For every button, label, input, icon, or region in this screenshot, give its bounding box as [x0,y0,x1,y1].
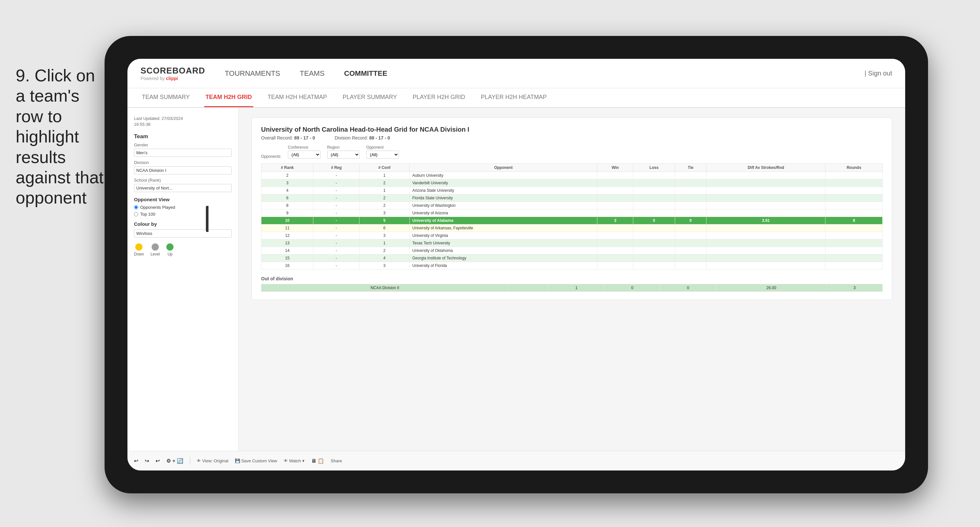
radio-top-100[interactable]: Top 100 [134,212,232,217]
col-rank: # Rank [261,164,313,172]
nav-teams[interactable]: TEAMS [300,69,325,78]
conference-select[interactable]: (All) [288,151,321,159]
region-select[interactable]: (All) [327,151,360,159]
cell-tie [675,187,706,194]
cell-diff [706,224,826,232]
toolbar-undo2[interactable]: ↩ [156,458,160,464]
cell-diff [706,187,826,194]
table-row[interactable]: 11 - 6 University of Arkansas, Fayettevi… [261,224,883,232]
cell-rounds [826,232,883,239]
tab-player-h2h-grid[interactable]: PLAYER H2H GRID [411,88,467,107]
cell-win [597,232,633,239]
cell-win [597,247,633,255]
cell-reg: - [313,247,360,255]
table-row[interactable]: 10 - 5 University of Alabama 3 0 0 2.61 … [261,217,883,224]
division-select[interactable]: NCAA Division I [134,166,232,175]
cell-conf: 5 [360,217,410,224]
nav-tournaments[interactable]: TOURNAMENTS [225,69,280,78]
school-box[interactable]: University of Nort... [134,184,232,192]
cell-rounds [826,187,883,194]
nav-bar: SCOREBOARD Powered by clippi TOURNAMENTS… [127,59,905,88]
cell-diff [706,255,826,262]
out-div-label: NCAA Division II [261,284,509,292]
cell-rounds [826,239,883,247]
colour-by-select[interactable]: Win/loss [134,229,232,237]
cell-loss [633,202,675,209]
tab-player-summary[interactable]: PLAYER SUMMARY [341,88,398,107]
cell-rank: 3 [261,179,313,187]
table-row[interactable]: 4 - 1 Arizona State University [261,187,883,194]
toolbar-undo[interactable]: ↩ [134,458,138,464]
opponent-select[interactable]: (All) [366,151,399,159]
table-row[interactable]: 14 - 2 University of Oklahoma [261,247,883,255]
cell-conf: 3 [360,262,410,269]
cell-loss [633,172,675,179]
col-diff: Diff Av Strokes/Rnd [706,164,826,172]
cell-win [597,255,633,262]
cell-tie [675,255,706,262]
nav-links: TOURNAMENTS TEAMS COMMITTEE [225,69,865,78]
division-record: Division Record: 88 - 17 - 0 [335,135,390,140]
col-opponent: Opponent [409,164,597,172]
tab-team-summary[interactable]: TEAM SUMMARY [140,88,191,107]
tab-team-h2h-heatmap[interactable]: TEAM H2H HEATMAP [266,88,328,107]
left-panel: Last Updated: 27/03/2024 16:55:38 Team G… [127,108,239,451]
tablet-side-button [206,206,208,232]
out-div-empty [509,284,548,292]
opponent-view-title: Opponent View [134,197,232,202]
toolbar-save-custom[interactable]: 💾 Save Custom View [235,459,277,463]
table-row[interactable]: 3 - 2 Vanderbilt University [261,179,883,187]
table-row[interactable]: 6 - 2 Florida State University [261,194,883,202]
table-row[interactable]: 8 - 2 University of Washington [261,202,883,209]
table-row[interactable]: 9 - 3 University of Arizona [261,209,883,217]
cell-win [597,209,633,217]
toolbar-watch[interactable]: 👁 Watch ▾ [284,459,305,463]
tab-player-h2h-heatmap[interactable]: PLAYER H2H HEATMAP [480,88,548,107]
out-div-tie: 0 [660,284,716,292]
cell-opponent: University of Arizona [409,209,597,217]
toolbar-redo[interactable]: ↪ [145,458,149,464]
nav-sign-out[interactable]: | Sign out [865,70,892,77]
overall-record: Overall Record: 89 - 17 - 0 [261,135,315,140]
cell-reg: - [313,262,360,269]
cell-rank: 6 [261,194,313,202]
table-row[interactable]: 13 - 1 Texas Tech University [261,239,883,247]
cell-win [597,179,633,187]
logo-scoreboard: SCOREBOARD [140,66,205,76]
cell-reg: - [313,187,360,194]
cell-tie [675,239,706,247]
out-div-loss: 0 [605,284,660,292]
table-row[interactable]: 15 - 4 Georgia Institute of Technology [261,255,883,262]
cell-tie [675,194,706,202]
cell-opponent: University of Alabama [409,217,597,224]
table-row[interactable]: 16 - 3 University of Florida [261,262,883,269]
cell-conf: 1 [360,239,410,247]
cell-rank: 9 [261,209,313,217]
table-row[interactable]: 2 - 1 Auburn University [261,172,883,179]
cell-rounds [826,202,883,209]
gender-select[interactable]: Men's [134,149,232,157]
cell-rank: 8 [261,202,313,209]
toolbar-share[interactable]: Share [331,459,342,463]
cell-opponent: University of Arkansas, Fayetteville [409,224,597,232]
last-updated: Last Updated: 27/03/2024 16:55:38 [134,116,232,127]
cell-loss [633,262,675,269]
tab-team-h2h-grid[interactable]: TEAM H2H GRID [204,88,253,107]
cell-conf: 4 [360,255,410,262]
legend-row: Down Level Up [134,244,232,256]
cell-reg: - [313,255,360,262]
col-loss: Loss [633,164,675,172]
table-row[interactable]: 12 - 3 University of Virginia [261,232,883,239]
toolbar-icon-group: 🖥 📋 [311,458,324,464]
cell-diff [706,202,826,209]
sub-nav: TEAM SUMMARY TEAM H2H GRID TEAM H2H HEAT… [127,88,905,108]
nav-committee[interactable]: COMMITTEE [344,69,387,78]
gender-label: Gender [134,142,232,147]
toolbar-view-original[interactable]: 👁 View: Original [197,459,228,463]
cell-reg: - [313,209,360,217]
out-of-div-row[interactable]: NCAA Division II 1 0 0 26.00 3 [261,284,883,292]
cell-diff [706,239,826,247]
radio-opponents-played[interactable]: Opponents Played [134,205,232,210]
region-filter: Region (All) [327,145,360,159]
cell-conf: 2 [360,202,410,209]
